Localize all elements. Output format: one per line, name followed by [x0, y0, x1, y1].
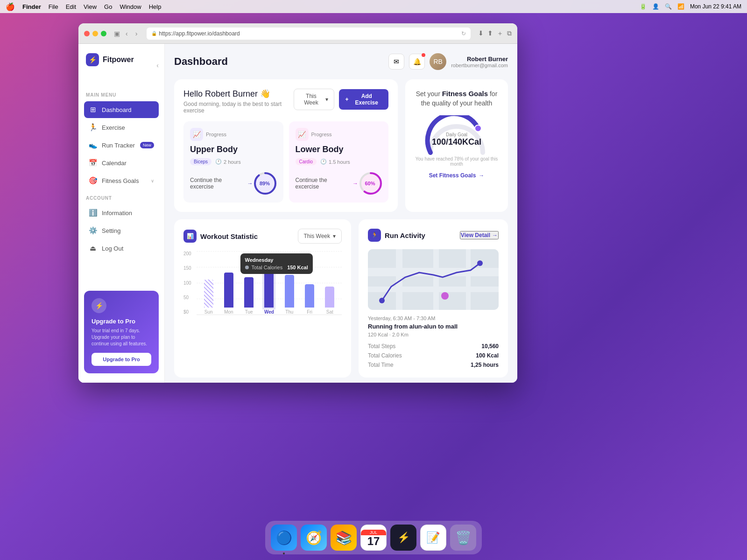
browser-chrome: ▣ ‹ › 🔒 https://app.fitpower.io/dashboar… [78, 23, 517, 44]
calendar-icon: 📅 [89, 159, 97, 167]
browser-nav: ▣ [114, 30, 120, 37]
go-menu[interactable]: Go [104, 3, 112, 10]
sidebar-item-label: Calendar [102, 160, 127, 167]
fitness-goals-icon: 🎯 [89, 176, 97, 185]
upgrade-button[interactable]: Upgrade to Pro [92, 353, 151, 366]
reload-icon[interactable]: ↻ [461, 30, 466, 37]
upper-body-percent: 89% [260, 181, 270, 186]
clock-icon: 🕐 [215, 159, 222, 165]
dashboard-header: Dashboard ✉ 🔔 RB Robert Burner robertbur… [174, 53, 508, 70]
menubar-right: 🔋 👤 🔍 📶 Mon Jun 22 9:41 AM [640, 3, 741, 10]
logo-text: Fitpower [103, 56, 134, 64]
dock-dot [283, 553, 285, 554]
user-name: Robert Burner [451, 56, 508, 63]
workout-statistic-card: 📊 Workout Statistic This Week ▾ 200 150 [174, 219, 351, 378]
logout-icon: ⏏ [89, 244, 97, 252]
traffic-lights [84, 31, 106, 36]
mail-button[interactable]: ✉ [388, 54, 404, 70]
chevron-down-icon: ▾ [333, 233, 336, 239]
run-card-header: 🏃 Run Activity View Detail → [368, 229, 499, 242]
bar-fri: Fri [299, 284, 319, 315]
this-week-button[interactable]: This Week ▾ [294, 89, 334, 110]
dock-fitpower[interactable]: ⚡ [390, 525, 416, 551]
upper-body-continue[interactable]: Continue the excercise → [190, 177, 253, 190]
dock-safari[interactable]: 🧭 [301, 525, 327, 551]
sidebar-item-calendar[interactable]: 📅 Calendar [84, 154, 159, 171]
upgrade-icon: ⚡ [92, 298, 106, 313]
dock-books[interactable]: 📚 [331, 525, 357, 551]
lower-body-header: 📈 Progress [296, 128, 382, 141]
lock-icon: 🔒 [151, 31, 157, 36]
download-icon[interactable]: ⬇ [478, 29, 484, 38]
new-tab-icon[interactable]: ＋ [497, 29, 503, 38]
share-icon[interactable]: ⬆ [487, 29, 493, 38]
svg-rect-12 [466, 249, 471, 310]
lower-body-percent: 60% [365, 181, 375, 186]
sidebar-item-fitness-goals[interactable]: 🎯 Fitness Goals ∨ [84, 172, 159, 189]
view-menu[interactable]: View [84, 3, 97, 10]
main-area: Dashboard ✉ 🔔 RB Robert Burner robertbur… [165, 44, 517, 383]
sidebar-collapse-button[interactable]: ‹ [156, 62, 159, 69]
maximize-button[interactable] [101, 31, 106, 36]
minimize-button[interactable] [92, 31, 98, 36]
dock-notion[interactable]: 📝 [420, 525, 446, 551]
lower-body-progress-circle: 60% [358, 171, 382, 196]
notification-button[interactable]: 🔔 [409, 54, 425, 70]
total-steps-value: 10,560 [471, 343, 499, 350]
window-menu[interactable]: Window [120, 3, 141, 10]
back-button[interactable]: ‹ [124, 29, 130, 38]
finder-menu[interactable]: Finder [22, 3, 41, 10]
sidebar-item-information[interactable]: ℹ️ Information [84, 204, 159, 221]
sidebar-item-setting[interactable]: ⚙️ Setting [84, 222, 159, 239]
run-stats-grid: Total Steps 10,560 Total Calories 100 Kc… [368, 343, 499, 368]
dock-trash[interactable]: 🗑️ [450, 525, 476, 551]
bar-tue: Tue [239, 277, 259, 315]
forward-button[interactable]: › [134, 29, 140, 38]
total-time-value: 1,25 hours [471, 362, 499, 368]
greeting-text: Hello Robert Burner 👋 [183, 89, 294, 99]
close-button[interactable] [84, 31, 90, 36]
upgrade-card: ⚡ Upgrade to Pro Your trial end in 7 day… [84, 291, 159, 373]
address-bar[interactable]: 🔒 https://app.fitpower.io/dashboard ↻ [147, 28, 471, 40]
help-menu[interactable]: Help [149, 3, 162, 10]
sidebar-toggle-icon[interactable]: ▣ [114, 30, 120, 37]
logo-icon: ⚡ [86, 53, 99, 66]
dock-calendar[interactable]: JUL 17 [360, 525, 387, 551]
file-menu[interactable]: File [49, 3, 58, 10]
chart-bar-icon: 📊 [183, 230, 197, 243]
clock-icon: 🕐 [320, 159, 327, 165]
welcome-card: Hello Robert Burner 👋 Good morning, toda… [174, 79, 398, 212]
set-goals-button[interactable]: Set Fitness Goals → [429, 172, 485, 179]
svg-point-15 [477, 260, 483, 266]
add-exercise-button[interactable]: + Add Exercise [339, 89, 388, 110]
dashboard-icon: ⊞ [89, 105, 97, 114]
tabs-icon[interactable]: ⧉ [507, 29, 512, 38]
edit-menu[interactable]: Edit [66, 3, 76, 10]
lower-body-continue[interactable]: Continue the excercise → [296, 177, 358, 190]
chevron-down-icon: ∨ [151, 178, 154, 183]
sidebar-item-logout[interactable]: ⏏ Log Out [84, 240, 159, 257]
chart-tooltip: Wednesday Total Calories 150 Kcal [240, 253, 312, 274]
lower-body-time: 🕐 1.5 hours [320, 159, 350, 165]
welcome-top: Hello Robert Burner 👋 Good morning, toda… [183, 89, 388, 114]
view-detail-button[interactable]: View Detail → [460, 231, 499, 239]
chevron-down-icon: ▾ [325, 96, 328, 103]
sidebar-item-dashboard[interactable]: ⊞ Dashboard [84, 101, 159, 118]
search-icon[interactable]: 🔍 [665, 3, 672, 10]
browser-actions: ⬇ ⬆ ＋ ⧉ [478, 29, 512, 38]
dock-finder[interactable]: 🔵 [271, 525, 297, 551]
header-actions: ✉ 🔔 RB Robert Burner robertburner@gmail.… [388, 53, 508, 70]
run-activity-card: 🏃 Run Activity View Detail → [359, 219, 508, 378]
upper-body-title: Upper Body [190, 145, 277, 154]
upper-body-progress-circle: 89% [253, 171, 276, 196]
sidebar-item-exercise[interactable]: 🏃 Exercise [84, 119, 159, 136]
bar-sat: Sat [320, 287, 340, 315]
apple-menu[interactable]: 🍎 [6, 2, 15, 11]
upper-body-header: 📈 Progress [190, 128, 277, 141]
run-map [368, 249, 499, 310]
total-calories-label: Total Calories [368, 352, 468, 359]
workout-this-week-button[interactable]: This Week ▾ [298, 229, 342, 244]
wifi-icon: 📶 [677, 3, 684, 10]
sidebar-item-run-tracker[interactable]: 👟 Run Tracker New [84, 137, 159, 154]
tooltip-day: Wednesday [245, 257, 308, 263]
